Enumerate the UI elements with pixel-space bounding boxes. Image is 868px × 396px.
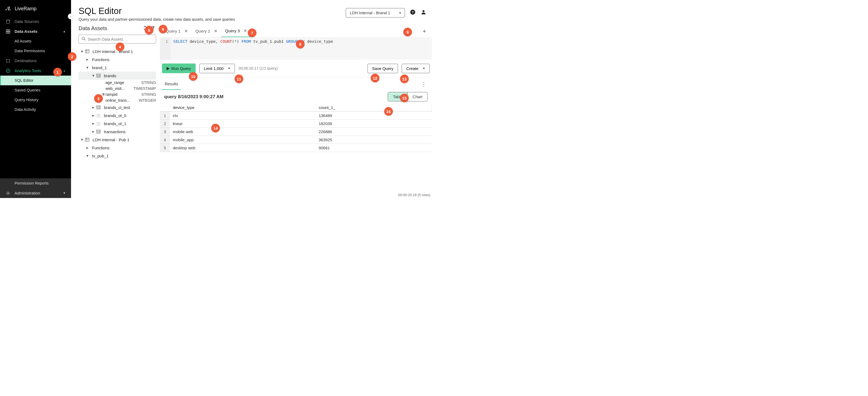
close-icon[interactable]: ✕	[214, 29, 217, 34]
svg-point-18	[97, 114, 97, 115]
grid-column-header[interactable]: count_1_	[316, 103, 432, 112]
tree-table[interactable]: ▸ brands_ot_1	[79, 119, 156, 127]
sidebar-item-sql-editor[interactable]: SQL Editor	[0, 75, 71, 85]
tree-table[interactable]: ▸ brands_ot_0	[79, 111, 156, 119]
callout-10: 10	[189, 72, 197, 81]
tree-schema-brand1[interactable]: ▾ brand_1	[79, 63, 156, 71]
close-icon[interactable]: ✕	[184, 29, 188, 34]
svg-rect-37	[85, 138, 89, 141]
callout-14: 14	[211, 124, 220, 132]
tree-label: brands_ot_0	[104, 113, 126, 118]
tree-org[interactable]: ▾ LDH Internal - Pub 1	[79, 135, 156, 144]
tree-label: tv_pub_1	[92, 154, 109, 158]
results-tab[interactable]: Results	[162, 78, 181, 90]
code-gutter: 1	[160, 38, 170, 60]
chevron-right-icon: ▸	[90, 113, 96, 118]
svg-point-25	[98, 117, 99, 117]
chevron-down-icon: ▾	[85, 153, 90, 158]
table-icon	[96, 105, 102, 109]
sidebar-item-data-permissions[interactable]: Data Permissions	[0, 46, 71, 56]
grid-cell: 182039	[316, 120, 432, 128]
query-tab[interactable]: Query 3✕	[221, 25, 251, 37]
grid-row: 2linear182039	[160, 120, 432, 128]
grid-column-header[interactable]: device_type	[170, 103, 316, 112]
grid-cell: ctv	[170, 112, 316, 120]
sql-code-editor[interactable]: 1 SELECT device_type, COUNT(*) FROM tv_p…	[160, 38, 432, 60]
gear-icon	[5, 191, 11, 195]
toggle-chart-button[interactable]: Chart	[407, 92, 427, 101]
sidebar-label: Data Assets	[14, 29, 37, 34]
run-query-button[interactable]: ▶ Run Query	[162, 63, 196, 73]
query-tab[interactable]: Query 2✕	[192, 25, 221, 37]
close-icon[interactable]: ✕	[244, 28, 247, 33]
grid-cell: 136489	[316, 112, 432, 120]
tree-table[interactable]: ▸ brands_cl_test	[79, 103, 156, 111]
add-tab-button[interactable]: ＋	[417, 25, 432, 37]
sidebar-label: Analytics Tools	[14, 68, 41, 73]
sidebar-item-all-assets[interactable]: All Assets	[0, 36, 71, 46]
grid-icon	[5, 29, 11, 34]
sidebar-item-permission-reports[interactable]: Permission Reports	[0, 178, 71, 188]
svg-rect-2	[8, 30, 10, 31]
help-icon[interactable]: ?	[410, 9, 416, 17]
sidebar-label: All Assets	[14, 39, 31, 43]
create-dropdown[interactable]: Create	[402, 64, 430, 73]
grid-column-header[interactable]	[160, 103, 170, 112]
results-more-icon[interactable]: ⋮	[418, 79, 430, 89]
column-type: STRING	[141, 81, 156, 85]
callout-5: 5	[145, 26, 153, 34]
view-icon	[96, 122, 102, 125]
assets-panel-title: Data Assets	[79, 25, 107, 31]
brand-logo-icon: ./L	[5, 6, 11, 11]
tree-column[interactable]: online_trans...INTEGER	[79, 97, 156, 103]
limit-dropdown[interactable]: Limit 1,000	[199, 64, 235, 73]
callout-1: 1	[53, 68, 62, 77]
org-icon	[85, 138, 91, 142]
tree-functions[interactable]: ▸ Functions	[79, 144, 156, 152]
page-subtitle: Query your data and partner-permissioned…	[79, 17, 235, 22]
sidebar: ./L LiveRamp ‹ Data Sources Data Assets …	[0, 0, 71, 198]
save-query-button[interactable]: Save Query	[368, 64, 398, 73]
sidebar-item-administration[interactable]: Administration ▼	[0, 188, 71, 198]
tab-label: Query 3	[225, 29, 240, 33]
editor-area: Query 1✕Query 2✕Query 3✕＋ 1 SELECT devic…	[160, 25, 434, 198]
sidebar-item-data-activity[interactable]: Data Activity	[0, 105, 71, 114]
svg-point-23	[99, 115, 100, 116]
tree-table-brands[interactable]: ▾ brands	[79, 71, 156, 80]
callout-11: 11	[235, 74, 243, 83]
grid-row-number: 2	[160, 120, 170, 128]
sidebar-item-data-assets[interactable]: Data Assets ▲	[0, 26, 71, 36]
tree-column[interactable]: age_rangeSTRING	[79, 80, 156, 86]
callout-4: 4	[116, 42, 124, 51]
query-run-status: 00:00:20.17 (1/1 query)	[239, 66, 278, 70]
callout-9: 9	[403, 28, 412, 36]
callout-13: 13	[400, 74, 409, 83]
grid-cell: 226886	[316, 128, 432, 136]
callout-7: 7	[248, 29, 256, 37]
caret-down-icon: ▼	[63, 191, 66, 194]
chevron-down-icon: ▾	[85, 65, 90, 70]
tree-column[interactable]: web_visit...TIMESTAMP	[79, 86, 156, 91]
svg-point-19	[98, 114, 99, 115]
sidebar-label: SQL Editor	[14, 78, 33, 83]
sidebar-label: Query History	[14, 98, 38, 102]
tree-table[interactable]: ▸ transactions	[79, 127, 156, 135]
grid-cell: 90661	[316, 144, 432, 152]
sidebar-item-saved-queries[interactable]: Saved Queries	[0, 85, 71, 95]
grid-row-number: 1	[160, 112, 170, 120]
tree-column[interactable]: ✱rampidSTRING	[79, 91, 156, 97]
user-icon[interactable]	[421, 9, 427, 17]
tree-schema[interactable]: ▾ tv_pub_1	[79, 152, 156, 160]
org-select[interactable]: LDH Internal - Brand 1	[346, 8, 405, 18]
sidebar-item-query-history[interactable]: Query History	[0, 95, 71, 105]
sidebar-collapse-toggle[interactable]: ‹	[68, 13, 74, 19]
sidebar-item-destinations[interactable]: Destinations	[0, 56, 71, 66]
tree-functions[interactable]: ▸ Functions	[79, 55, 156, 63]
svg-point-31	[98, 123, 99, 124]
page-header: SQL Editor Query your data and partner-p…	[71, 0, 434, 25]
assets-search-input[interactable]	[88, 37, 153, 41]
sidebar-item-data-sources[interactable]: Data Sources	[0, 17, 71, 26]
chevron-right-icon: ▸	[90, 105, 96, 110]
grid-cell: mobile_app	[170, 136, 316, 144]
assets-search[interactable]	[79, 35, 156, 43]
